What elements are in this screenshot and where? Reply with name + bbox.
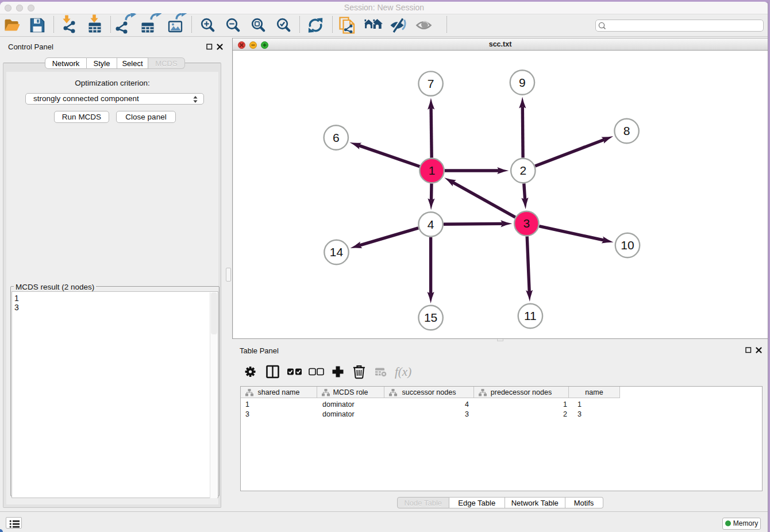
svg-text:6: 6 (333, 131, 340, 144)
svg-text:4: 4 (428, 218, 434, 231)
svg-text:1: 1 (429, 164, 436, 177)
svg-text:10: 10 (621, 238, 634, 252)
svg-text:14: 14 (330, 245, 344, 259)
svg-text:11: 11 (524, 309, 537, 322)
svg-text:3: 3 (523, 217, 530, 230)
svg-text:8: 8 (623, 124, 630, 137)
svg-text:7: 7 (428, 77, 434, 90)
svg-text:15: 15 (424, 311, 437, 324)
svg-text:2: 2 (519, 164, 526, 177)
svg-text:9: 9 (519, 76, 526, 89)
